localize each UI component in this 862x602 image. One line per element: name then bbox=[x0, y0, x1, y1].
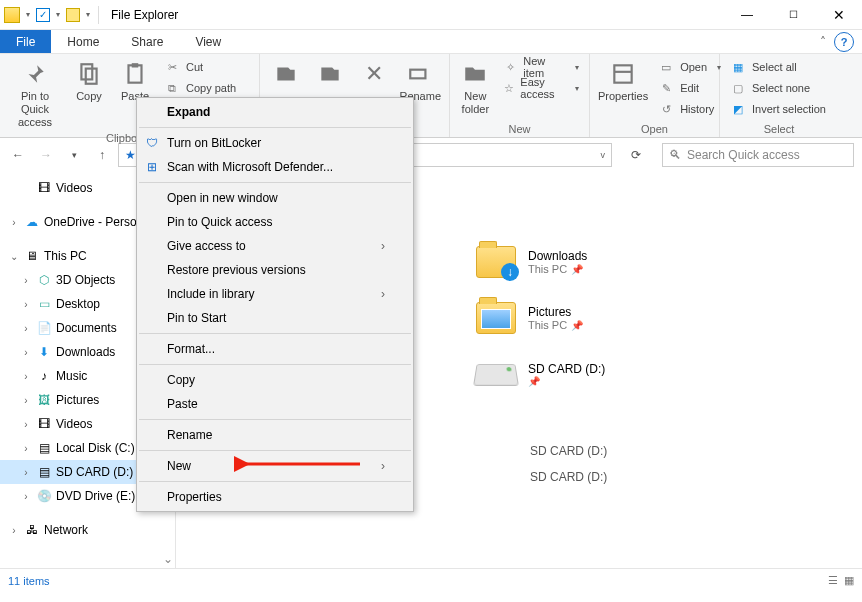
new-folder-button[interactable]: New folder bbox=[458, 58, 493, 116]
qat-dropdown2-icon[interactable]: ▾ bbox=[56, 10, 60, 19]
svg-rect-4 bbox=[410, 70, 425, 79]
delete-button[interactable]: ✕ bbox=[356, 58, 392, 87]
forward-button[interactable]: → bbox=[34, 143, 58, 167]
menu-copy[interactable]: Copy bbox=[137, 368, 413, 392]
tab-share[interactable]: Share bbox=[115, 30, 179, 53]
tile-pictures[interactable]: PicturesThis PC📌 bbox=[474, 290, 694, 346]
copy-icon bbox=[76, 61, 102, 87]
menu-rename[interactable]: Rename bbox=[137, 423, 413, 447]
select-none-icon: ▢ bbox=[730, 80, 746, 96]
group-new-label: New bbox=[458, 123, 581, 135]
paste-icon bbox=[122, 61, 148, 87]
drive-icon: ▤ bbox=[36, 464, 52, 480]
search-box[interactable]: 🔍︎ Search Quick access bbox=[662, 143, 854, 167]
qat-customize-icon[interactable]: ▾ bbox=[86, 10, 90, 19]
menu-properties[interactable]: Properties bbox=[137, 485, 413, 509]
menu-format[interactable]: Format... bbox=[137, 337, 413, 361]
quick-access-star-icon: ★ bbox=[125, 148, 136, 162]
defender-icon: ⊞ bbox=[143, 158, 161, 176]
tiles-view-button[interactable]: ▦ bbox=[844, 574, 854, 587]
app-folder-icon bbox=[4, 7, 20, 23]
pin-icon bbox=[22, 61, 48, 87]
folder-icon bbox=[476, 302, 516, 334]
help-icon[interactable]: ? bbox=[834, 32, 854, 52]
menu-restore-versions[interactable]: Restore previous versions bbox=[137, 258, 413, 282]
menu-bitlocker[interactable]: 🛡Turn on BitLocker bbox=[137, 131, 413, 155]
open-button[interactable]: ▭Open▾ bbox=[656, 58, 723, 76]
cut-icon: ✂ bbox=[164, 59, 180, 75]
group-open-label: Open bbox=[598, 123, 711, 135]
download-badge-icon: ↓ bbox=[501, 263, 519, 281]
videos-icon: 🎞 bbox=[36, 180, 52, 196]
maximize-button[interactable]: ☐ bbox=[770, 0, 816, 30]
menu-expand[interactable]: Expand bbox=[137, 100, 413, 124]
invert-selection-button[interactable]: ◩Invert selection bbox=[728, 100, 828, 118]
history-button[interactable]: ↺History bbox=[656, 100, 723, 118]
pin-quick-access-button[interactable]: Pin to Quick access bbox=[8, 58, 62, 130]
context-menu: Expand 🛡Turn on BitLocker ⊞Scan with Mic… bbox=[136, 97, 414, 512]
nav-scroll-down-icon[interactable]: ⌄ bbox=[159, 552, 176, 566]
menu-include-library[interactable]: Include in library› bbox=[137, 282, 413, 306]
cube-icon: ⬡ bbox=[36, 272, 52, 288]
qat-properties-icon[interactable]: ✓ bbox=[36, 8, 50, 22]
select-all-icon: ▦ bbox=[730, 59, 746, 75]
edit-button[interactable]: ✎Edit bbox=[656, 79, 723, 97]
menu-pin-quick-access[interactable]: Pin to Quick access bbox=[137, 210, 413, 234]
new-item-icon: ✧ bbox=[503, 59, 518, 75]
search-placeholder: Search Quick access bbox=[687, 148, 800, 162]
copy-to-button[interactable] bbox=[312, 58, 348, 87]
invert-icon: ◩ bbox=[730, 101, 746, 117]
recent-locations-button[interactable]: ▾ bbox=[62, 143, 86, 167]
select-none-button[interactable]: ▢Select none bbox=[728, 79, 828, 97]
back-button[interactable]: ← bbox=[6, 143, 30, 167]
address-dropdown-icon[interactable]: v bbox=[601, 150, 606, 160]
menu-paste[interactable]: Paste bbox=[137, 392, 413, 416]
close-button[interactable]: ✕ bbox=[816, 0, 862, 30]
documents-icon: 📄 bbox=[36, 320, 52, 336]
svg-rect-3 bbox=[132, 63, 139, 67]
move-icon bbox=[273, 61, 299, 87]
tab-home[interactable]: Home bbox=[51, 30, 115, 53]
copy-path-icon: ⧉ bbox=[164, 80, 180, 96]
open-icon: ▭ bbox=[658, 59, 674, 75]
tab-view[interactable]: View bbox=[179, 30, 237, 53]
move-to-button[interactable] bbox=[268, 58, 304, 87]
menu-open-new-window[interactable]: Open in new window bbox=[137, 186, 413, 210]
menu-defender[interactable]: ⊞Scan with Microsoft Defender... bbox=[137, 155, 413, 179]
qat-dropdown-icon[interactable]: ▾ bbox=[26, 10, 30, 19]
ribbon-collapse-icon[interactable]: ˄ bbox=[812, 30, 834, 53]
copy-to-icon bbox=[317, 61, 343, 87]
tile-downloads[interactable]: ↓ DownloadsThis PC📌 bbox=[474, 234, 694, 290]
select-all-button[interactable]: ▦Select all bbox=[728, 58, 828, 76]
pin-icon: 📌 bbox=[571, 320, 583, 331]
submenu-arrow-icon: › bbox=[381, 239, 385, 253]
minimize-button[interactable]: ― bbox=[724, 0, 770, 30]
pin-icon: 📌 bbox=[528, 376, 540, 387]
refresh-button[interactable]: ⟳ bbox=[622, 143, 650, 167]
tile-sdcard[interactable]: SD CARD (D:)📌 bbox=[474, 346, 694, 402]
videos-icon: 🎞 bbox=[36, 416, 52, 432]
delete-icon: ✕ bbox=[361, 61, 387, 87]
easy-access-button[interactable]: ☆Easy access▾ bbox=[501, 79, 581, 97]
music-icon: ♪ bbox=[36, 368, 52, 384]
tab-file[interactable]: File bbox=[0, 30, 51, 53]
history-icon: ↺ bbox=[658, 101, 674, 117]
status-item-count: 11 items bbox=[8, 575, 50, 587]
menu-pin-start[interactable]: Pin to Start bbox=[137, 306, 413, 330]
qat-newfolder-icon[interactable] bbox=[66, 8, 80, 22]
network-icon: 🖧 bbox=[24, 522, 40, 538]
cut-button[interactable]: ✂Cut bbox=[162, 58, 238, 76]
copy-button[interactable]: Copy bbox=[70, 58, 108, 103]
nav-network[interactable]: ›🖧Network bbox=[0, 518, 175, 542]
folder-icon: ↓ bbox=[476, 246, 516, 278]
new-item-button[interactable]: ✧New item▾ bbox=[501, 58, 581, 76]
downloads-icon: ⬇ bbox=[36, 344, 52, 360]
copy-path-button[interactable]: ⧉Copy path bbox=[162, 79, 238, 97]
details-view-button[interactable]: ☰ bbox=[828, 574, 838, 587]
submenu-arrow-icon: › bbox=[381, 459, 385, 473]
properties-button[interactable]: Properties bbox=[598, 58, 648, 103]
menu-give-access[interactable]: Give access to› bbox=[137, 234, 413, 258]
pc-icon: 🖥 bbox=[24, 248, 40, 264]
up-button[interactable]: ↑ bbox=[90, 143, 114, 167]
properties-icon bbox=[610, 61, 636, 87]
